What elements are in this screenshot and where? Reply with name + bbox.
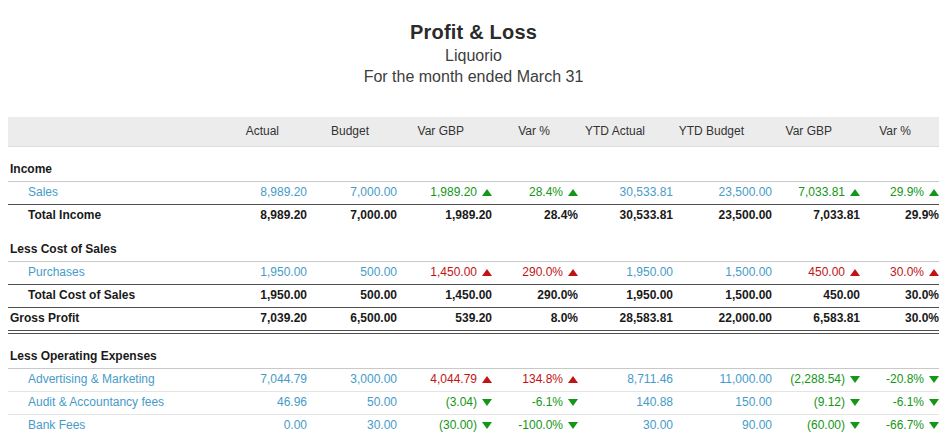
account-label-cell: Purchases xyxy=(8,266,217,279)
cell-ytd-budget: 1,500.00 xyxy=(673,289,772,302)
cell-value: 8,989.20 xyxy=(260,209,307,222)
cell-value: 30.0% xyxy=(905,289,939,302)
cell-ytd-var-pct: 29.9% xyxy=(860,186,939,199)
cell-ytd-actual: 1,950.00 xyxy=(578,266,673,279)
down-arrow-icon xyxy=(929,422,939,429)
cell-value: 1,450.00 xyxy=(430,266,477,279)
cell-actual: 1,950.00 xyxy=(217,266,307,279)
cell-budget: 500.00 xyxy=(307,289,397,302)
column-header-var-gbp: Var GBP xyxy=(369,125,464,138)
cell-value: 7,033.81 xyxy=(798,186,845,199)
cell-value: 1,950.00 xyxy=(260,266,307,279)
account-link[interactable]: Purchases xyxy=(28,265,85,279)
section-heading: Less Cost of Sales xyxy=(8,239,939,262)
cell-value: 1,989.20 xyxy=(445,209,492,222)
table-row: Purchases1,950.00500.001,450.00290.0%1,9… xyxy=(8,262,939,284)
down-arrow-icon xyxy=(568,422,578,429)
up-arrow-icon xyxy=(929,189,939,196)
cell-value: 7,000.00 xyxy=(350,186,397,199)
cell-ytd-var-pct: 30.0% xyxy=(860,312,939,325)
section-heading: Income xyxy=(8,159,939,182)
cell-actual: 1,950.00 xyxy=(217,289,307,302)
cell-value: 1,500.00 xyxy=(725,289,772,302)
cell-var-gbp: 1,989.20 xyxy=(397,209,492,222)
cell-ytd-budget: 1,500.00 xyxy=(673,266,772,279)
table-header-row: ActualBudgetVar GBPVar %YTD ActualYTD Bu… xyxy=(8,117,939,147)
section-heading: Less Operating Expenses xyxy=(8,346,939,369)
column-header-var-pct: Var % xyxy=(464,125,550,138)
cell-value: (2,288.54) xyxy=(790,373,845,386)
cell-value: 1,950.00 xyxy=(626,266,673,279)
table-row: Bank Fees0.0030.00(30.00)-100.0%30.0090.… xyxy=(8,415,939,434)
cell-ytd-budget: 23,500.00 xyxy=(673,209,772,222)
cell-ytd-var-gbp: (9.12) xyxy=(772,396,860,409)
cell-value: 450.00 xyxy=(808,266,845,279)
down-arrow-icon xyxy=(482,422,492,429)
cell-value: -6.1% xyxy=(893,396,924,409)
cell-value: 8,989.20 xyxy=(260,186,307,199)
cell-budget: 500.00 xyxy=(307,266,397,279)
cell-ytd-budget: 22,000.00 xyxy=(673,312,772,325)
cell-budget: 30.00 xyxy=(307,419,397,432)
cell-value: 8.0% xyxy=(551,312,578,325)
up-arrow-icon xyxy=(482,189,492,196)
cell-ytd-var-pct: 29.9% xyxy=(860,209,939,222)
down-arrow-icon xyxy=(850,376,860,383)
cell-ytd-budget: 23,500.00 xyxy=(673,186,772,199)
cell-value: 28.4% xyxy=(529,186,563,199)
cell-var-gbp: 1,450.00 xyxy=(397,266,492,279)
account-link[interactable]: Bank Fees xyxy=(28,418,85,432)
cell-value: 134.8% xyxy=(522,373,563,386)
cell-actual: 7,044.79 xyxy=(217,373,307,386)
cell-actual: 7,039.20 xyxy=(217,312,307,325)
cell-value: (30.00) xyxy=(439,419,477,432)
cell-value: 30,533.81 xyxy=(620,186,673,199)
cell-value: 7,044.79 xyxy=(260,373,307,386)
cell-value: 0.00 xyxy=(284,419,307,432)
cell-ytd-var-gbp: (2,288.54) xyxy=(772,373,860,386)
cell-value: 7,000.00 xyxy=(350,209,397,222)
account-label-cell: Advertising & Marketing xyxy=(8,373,217,386)
cell-ytd-var-gbp: 450.00 xyxy=(772,289,860,302)
cell-value: 50.00 xyxy=(367,396,397,409)
cell-value: 90.00 xyxy=(742,419,772,432)
cell-ytd-var-gbp: 450.00 xyxy=(772,266,860,279)
column-header-actual: Actual xyxy=(189,125,279,138)
up-arrow-icon xyxy=(568,269,578,276)
table-row: Advertising & Marketing7,044.793,000.004… xyxy=(8,369,939,392)
up-arrow-icon xyxy=(850,269,860,276)
cell-value: -20.8% xyxy=(886,373,924,386)
cell-value: 23,500.00 xyxy=(719,209,772,222)
cell-ytd-var-pct: -66.7% xyxy=(860,419,939,432)
cell-value: 500.00 xyxy=(360,289,397,302)
cell-ytd-actual: 140.88 xyxy=(578,396,673,409)
cell-budget: 50.00 xyxy=(307,396,397,409)
cell-value: -100.0% xyxy=(518,419,563,432)
cell-value: 1,450.00 xyxy=(445,289,492,302)
account-link[interactable]: Advertising & Marketing xyxy=(28,372,155,386)
table-row: Audit & Accountancy fees46.9650.00(3.04)… xyxy=(8,392,939,415)
cell-var-pct: 28.4% xyxy=(492,186,578,199)
cell-value: 6,583.81 xyxy=(813,312,860,325)
column-header-budget: Budget xyxy=(279,125,369,138)
down-arrow-icon xyxy=(929,399,939,406)
down-arrow-icon xyxy=(929,376,939,383)
cell-value: 29.9% xyxy=(905,209,939,222)
account-link[interactable]: Audit & Accountancy fees xyxy=(28,395,164,409)
cell-value: -66.7% xyxy=(886,419,924,432)
cell-var-gbp: 539.20 xyxy=(397,312,492,325)
cell-actual: 0.00 xyxy=(217,419,307,432)
cell-var-pct: 290.0% xyxy=(492,266,578,279)
account-link[interactable]: Sales xyxy=(28,185,58,199)
table-row: Sales8,989.207,000.001,989.2028.4%30,533… xyxy=(8,182,939,204)
cell-ytd-var-gbp: 7,033.81 xyxy=(772,186,860,199)
cell-ytd-actual: 8,711.46 xyxy=(578,373,673,386)
row-label: Gross Profit xyxy=(8,312,217,325)
cell-value: 8,711.46 xyxy=(627,373,673,386)
cell-budget: 6,500.00 xyxy=(307,312,397,325)
cell-value: 7,033.81 xyxy=(813,209,860,222)
company-name: Liquorio xyxy=(8,45,939,66)
account-label-cell: Audit & Accountancy fees xyxy=(8,396,217,409)
cell-var-pct: 134.8% xyxy=(492,373,578,386)
up-arrow-icon xyxy=(850,189,860,196)
